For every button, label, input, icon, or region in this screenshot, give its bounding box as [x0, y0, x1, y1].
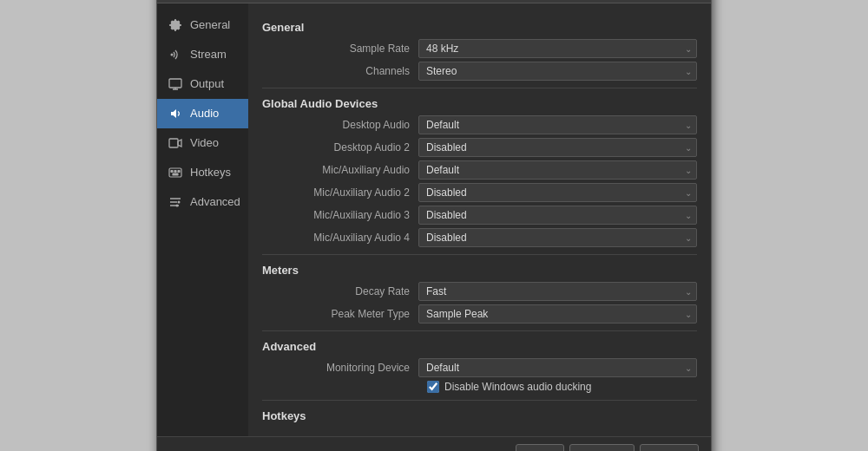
svg-rect-6	[174, 170, 176, 172]
section-header-meters: Meters	[262, 264, 697, 277]
form-row-decay-rate: Decay Rate Fast Medium Slow ⌄	[262, 282, 697, 301]
select-desktop-audio[interactable]: Default Disabled	[418, 115, 697, 134]
select-sample-rate[interactable]: 48 kHz 44.1 kHz	[418, 39, 697, 58]
sidebar-label-video: Video	[190, 136, 219, 149]
stream-icon	[168, 47, 183, 62]
apply-button[interactable]: Apply	[640, 444, 699, 452]
ok-button[interactable]: OK	[516, 444, 563, 452]
select-mic-aux-2[interactable]: Disabled Default	[418, 183, 697, 202]
svg-rect-2	[169, 79, 181, 88]
label-decay-rate: Decay Rate	[262, 285, 418, 297]
sidebar-item-output[interactable]: Output	[157, 69, 248, 99]
select-desktop-audio-2[interactable]: Disabled Default	[418, 138, 697, 157]
svg-rect-7	[178, 170, 180, 172]
sidebar-item-video[interactable]: Video	[157, 128, 248, 158]
sidebar: General Stream	[157, 3, 248, 436]
advanced-icon	[168, 194, 183, 210]
sidebar-item-hotkeys[interactable]: Hotkeys	[157, 158, 248, 187]
svg-point-10	[176, 204, 179, 206]
select-decay-rate[interactable]: Fast Medium Slow	[418, 282, 697, 301]
audio-icon	[168, 106, 183, 121]
divider-1	[262, 88, 697, 88]
content-area: General Sample Rate 48 kHz 44.1 kHz ⌄ Ch…	[248, 3, 711, 436]
form-row-mic-aux-2: Mic/Auxiliary Audio 2 Disabled Default ⌄	[262, 183, 697, 202]
label-desktop-audio-2: Desktop Audio 2	[262, 141, 418, 154]
select-mic-aux-3[interactable]: Disabled Default	[418, 206, 697, 225]
label-audio-ducking: Disable Windows audio ducking	[444, 381, 591, 393]
label-sample-rate: Sample Rate	[262, 42, 418, 55]
select-monitoring[interactable]: Default	[418, 358, 697, 377]
label-mic-aux: Mic/Auxiliary Audio	[262, 164, 418, 176]
select-channels[interactable]: Stereo Mono	[418, 62, 697, 81]
cancel-button[interactable]: Cancel	[569, 444, 635, 452]
select-peak-meter[interactable]: Sample Peak True Peak	[418, 304, 697, 324]
divider-3	[262, 330, 697, 331]
divider-2	[262, 254, 697, 255]
sidebar-label-general: General	[190, 18, 230, 31]
checkbox-audio-ducking[interactable]	[427, 381, 439, 393]
label-channels: Channels	[262, 65, 418, 77]
sidebar-label-stream: Stream	[190, 48, 227, 61]
hotkeys-icon	[168, 165, 183, 180]
form-row-channels: Channels Stereo Mono ⌄	[262, 62, 697, 81]
sidebar-item-audio[interactable]: Audio	[157, 99, 248, 128]
form-row-desktop-audio: Desktop Audio Default Disabled ⌄	[262, 115, 697, 134]
sidebar-label-hotkeys: Hotkeys	[190, 166, 231, 179]
section-header-advanced: Advanced	[262, 340, 697, 353]
divider-4	[262, 400, 697, 401]
sidebar-item-advanced[interactable]: Advanced	[157, 187, 248, 217]
form-row-monitoring: Monitoring Device Default ⌄	[262, 358, 697, 377]
sidebar-item-stream[interactable]: Stream	[157, 40, 248, 69]
svg-rect-3	[169, 139, 178, 147]
form-row-mic-aux-3: Mic/Auxiliary Audio 3 Disabled Default ⌄	[262, 206, 697, 225]
settings-dialog: Settings ✕ General	[156, 0, 712, 451]
svg-rect-5	[171, 170, 173, 172]
form-row-peak-meter: Peak Meter Type Sample Peak True Peak ⌄	[262, 304, 697, 324]
output-icon	[168, 76, 183, 92]
section-header-general: General	[262, 21, 697, 34]
form-row-mic-aux: Mic/Auxiliary Audio Default Disabled ⌄	[262, 160, 697, 180]
sidebar-label-output: Output	[190, 77, 224, 90]
section-header-global-audio: Global Audio Devices	[262, 97, 697, 110]
dialog-footer: OK Cancel Apply	[157, 436, 711, 452]
sidebar-label-advanced: Advanced	[190, 195, 240, 208]
svg-point-1	[171, 53, 174, 56]
form-row-desktop-audio-2: Desktop Audio 2 Disabled Default ⌄	[262, 138, 697, 157]
label-peak-meter: Peak Meter Type	[262, 308, 418, 320]
label-mic-aux-4: Mic/Auxiliary Audio 4	[262, 232, 418, 244]
label-mic-aux-3: Mic/Auxiliary Audio 3	[262, 209, 418, 221]
form-row-mic-aux-4: Mic/Auxiliary Audio 4 Disabled Default ⌄	[262, 228, 697, 247]
select-mic-aux-4[interactable]: Disabled Default	[418, 228, 697, 247]
label-mic-aux-2: Mic/Auxiliary Audio 2	[262, 186, 418, 199]
label-desktop-audio: Desktop Audio	[262, 119, 418, 131]
form-row-sample-rate: Sample Rate 48 kHz 44.1 kHz ⌄	[262, 39, 697, 58]
sidebar-item-general[interactable]: General	[157, 10, 248, 40]
sidebar-label-audio: Audio	[190, 107, 219, 120]
svg-rect-8	[173, 173, 178, 175]
section-header-hotkeys: Hotkeys	[262, 409, 697, 422]
dialog-body: General Stream	[157, 3, 711, 436]
select-mic-aux[interactable]: Default Disabled	[418, 160, 697, 180]
video-icon	[168, 135, 183, 151]
checkbox-row-ducking: Disable Windows audio ducking	[427, 381, 697, 393]
svg-point-9	[178, 200, 181, 203]
label-monitoring: Monitoring Device	[262, 362, 418, 374]
gear-icon	[168, 17, 183, 33]
